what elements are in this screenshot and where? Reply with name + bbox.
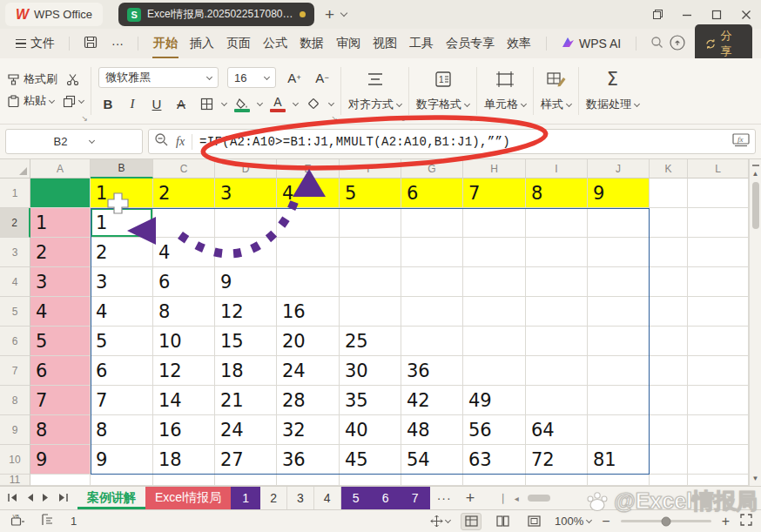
cell-F1[interactable]: 5 <box>340 178 401 208</box>
cell-F6[interactable]: 25 <box>340 327 401 356</box>
cell-C7[interactable]: 12 <box>153 356 215 386</box>
cell-K2[interactable] <box>650 208 688 238</box>
cell-I7[interactable] <box>526 356 588 386</box>
cell-E6[interactable]: 20 <box>277 327 340 356</box>
cell-G5[interactable] <box>401 297 463 327</box>
cell-L8[interactable] <box>688 386 749 415</box>
cell-A8[interactable]: 7 <box>30 386 91 415</box>
cell-F7[interactable]: 30 <box>340 356 401 386</box>
tab-list-chevron-icon[interactable] <box>340 10 347 17</box>
cell-F2[interactable] <box>340 208 401 238</box>
menu-tab-公式[interactable]: 公式 <box>257 31 293 56</box>
normal-view-button[interactable] <box>461 513 482 530</box>
cell-E7[interactable]: 24 <box>277 356 340 386</box>
more-commands-button[interactable]: ··· <box>106 32 129 55</box>
number-dialog-launcher[interactable]: ↘ <box>467 114 474 123</box>
fullscreen-button[interactable] <box>740 514 752 529</box>
menu-tab-审阅[interactable]: 审阅 <box>330 31 367 56</box>
cell-F10[interactable]: 45 <box>340 445 401 475</box>
cell-E4[interactable] <box>277 267 340 297</box>
cell-C6[interactable]: 10 <box>153 327 215 356</box>
cell-L7[interactable] <box>688 356 749 386</box>
italic-button[interactable]: I <box>123 94 142 113</box>
cell-H7[interactable] <box>463 356 526 386</box>
cell-D8[interactable]: 21 <box>215 386 277 415</box>
alignment-dialog-launcher[interactable]: ↘ <box>399 114 406 123</box>
add-sheet-button[interactable]: + <box>459 487 482 509</box>
cell-J2[interactable] <box>588 208 650 238</box>
cell-H3[interactable] <box>463 238 526 267</box>
cell-J11[interactable] <box>588 475 650 486</box>
menu-tab-插入[interactable]: 插入 <box>184 31 220 56</box>
cell-I8[interactable] <box>526 386 588 415</box>
sheet-tab-6[interactable]: 6 <box>371 487 401 509</box>
vertical-scrollbar[interactable]: ▲ ▼ <box>749 159 761 486</box>
cell-I5[interactable] <box>526 297 588 327</box>
menu-tab-视图[interactable]: 视图 <box>367 31 403 56</box>
cell-H9[interactable]: 56 <box>463 415 526 445</box>
function-settings-button[interactable]: fx <box>732 133 750 151</box>
cell-B5[interactable]: 4 <box>91 297 153 327</box>
cell-D10[interactable]: 27 <box>215 445 277 475</box>
cell-C3[interactable]: 4 <box>153 238 215 267</box>
row-header-4[interactable]: 4 <box>0 267 30 297</box>
sheet-tab-Excel情报局[interactable]: Excel情报局 <box>145 487 231 509</box>
cells-group[interactable]: 单元格 <box>477 58 533 124</box>
decrease-font-button[interactable]: A− <box>313 68 332 87</box>
cell-G7[interactable]: 36 <box>401 356 463 386</box>
cell-I10[interactable]: 72 <box>526 445 588 475</box>
cell-K7[interactable] <box>650 356 688 386</box>
row-header-8[interactable]: 8 <box>0 386 30 415</box>
col-header-A[interactable]: A <box>30 159 91 178</box>
cell-K3[interactable] <box>650 238 688 267</box>
menu-tab-效率[interactable]: 效率 <box>501 31 537 56</box>
cell-G11[interactable] <box>401 475 463 486</box>
clear-format-button[interactable] <box>303 94 324 113</box>
cell-D1[interactable]: 3 <box>215 178 277 208</box>
cell-B7[interactable]: 6 <box>91 356 153 386</box>
copy-button[interactable] <box>63 95 84 108</box>
row-header-1[interactable]: 1 <box>0 178 30 208</box>
cell-D6[interactable]: 15 <box>215 327 277 356</box>
col-header-I[interactable]: I <box>526 159 588 178</box>
row-header-7[interactable]: 7 <box>0 356 30 386</box>
scroll-down-button[interactable]: ▼ <box>752 475 759 483</box>
zoom-slider-knob[interactable] <box>661 516 670 526</box>
cell-E3[interactable] <box>277 238 340 267</box>
cell-L11[interactable] <box>688 475 749 486</box>
cell-K10[interactable] <box>650 445 688 475</box>
cell-K11[interactable] <box>650 475 688 486</box>
cell-H4[interactable] <box>463 267 526 297</box>
cell-F9[interactable]: 40 <box>340 415 401 445</box>
zoom-formula-button[interactable] <box>154 132 169 151</box>
col-header-F[interactable]: F <box>340 159 401 178</box>
cell-I3[interactable] <box>526 238 588 267</box>
zoom-level-select[interactable]: 100% <box>555 515 591 528</box>
cell-D4[interactable]: 9 <box>215 267 277 297</box>
cell-H5[interactable] <box>463 297 526 327</box>
col-header-K[interactable]: K <box>650 159 688 178</box>
next-sheet-button[interactable] <box>42 491 50 505</box>
cell-C10[interactable]: 18 <box>153 445 215 475</box>
cell-H2[interactable] <box>463 208 526 238</box>
cell-A11[interactable] <box>30 475 91 486</box>
col-header-H[interactable]: H <box>463 159 526 178</box>
page-layout-view-button[interactable] <box>492 513 513 530</box>
document-tab[interactable]: S Excel情报局.20250225170800013 <box>118 3 314 26</box>
cell-B1[interactable]: 1 <box>91 178 153 208</box>
macro-record-button[interactable]: VB <box>10 514 25 529</box>
borders-button[interactable] <box>196 94 217 113</box>
paste-button[interactable]: 粘贴 <box>7 93 54 109</box>
split-handle[interactable] <box>752 165 759 166</box>
cell-J10[interactable]: 81 <box>588 445 650 475</box>
cell-B3[interactable]: 2 <box>91 238 153 267</box>
fill-color-button[interactable] <box>232 94 253 113</box>
col-header-B[interactable]: B <box>91 159 153 178</box>
cell-B6[interactable]: 5 <box>91 327 153 356</box>
increase-font-button[interactable]: A+ <box>285 68 304 87</box>
data-processing-group[interactable]: Σ 数据处理 <box>579 58 646 124</box>
cell-J5[interactable] <box>588 297 650 327</box>
cell-K8[interactable] <box>650 386 688 415</box>
cell-G1[interactable]: 6 <box>401 178 463 208</box>
share-button[interactable]: 分享 <box>695 24 752 63</box>
